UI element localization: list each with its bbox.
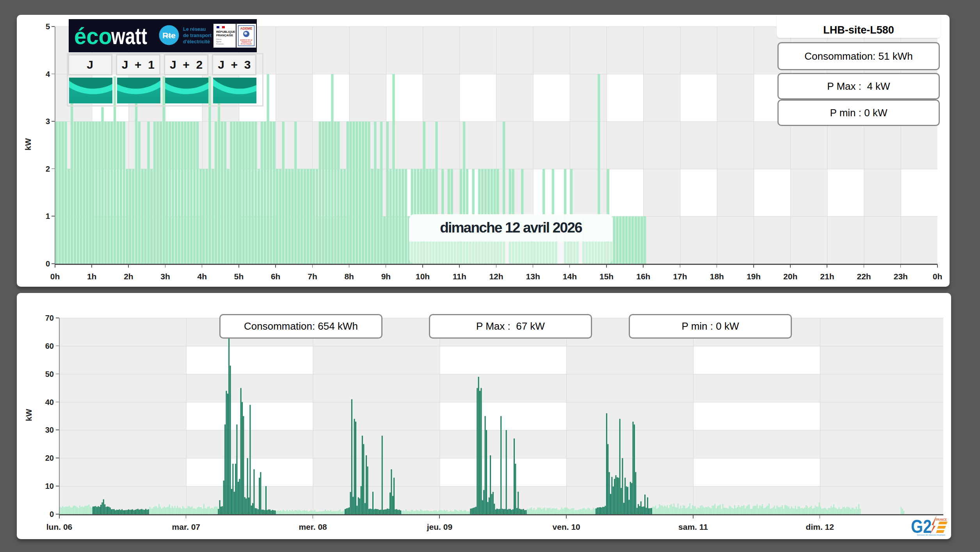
svg-text:éco: éco xyxy=(74,23,112,49)
svg-text:Rte: Rte xyxy=(162,31,176,40)
svg-text:Le réseau: Le réseau xyxy=(183,27,206,32)
svg-text:ADEME: ADEME xyxy=(240,27,252,30)
svg-text:FRANCE: FRANCE xyxy=(936,518,947,522)
svg-text:ÉCOLOGIQUE: ÉCOLOGIQUE xyxy=(241,43,252,45)
svg-text:d'électricité: d'électricité xyxy=(183,39,210,44)
svg-text:Fraternité: Fraternité xyxy=(216,43,224,45)
svg-text:de transport: de transport xyxy=(183,33,212,38)
svg-text:Liberté: Liberté xyxy=(216,38,222,40)
svg-text:watt: watt xyxy=(111,23,147,49)
svg-text:FRANÇAISE: FRANÇAISE xyxy=(216,34,233,37)
svg-text:Optimisation des ressources én: Optimisation des ressources énergétiques xyxy=(917,534,945,536)
svg-text:Égalité: Égalité xyxy=(216,41,222,43)
